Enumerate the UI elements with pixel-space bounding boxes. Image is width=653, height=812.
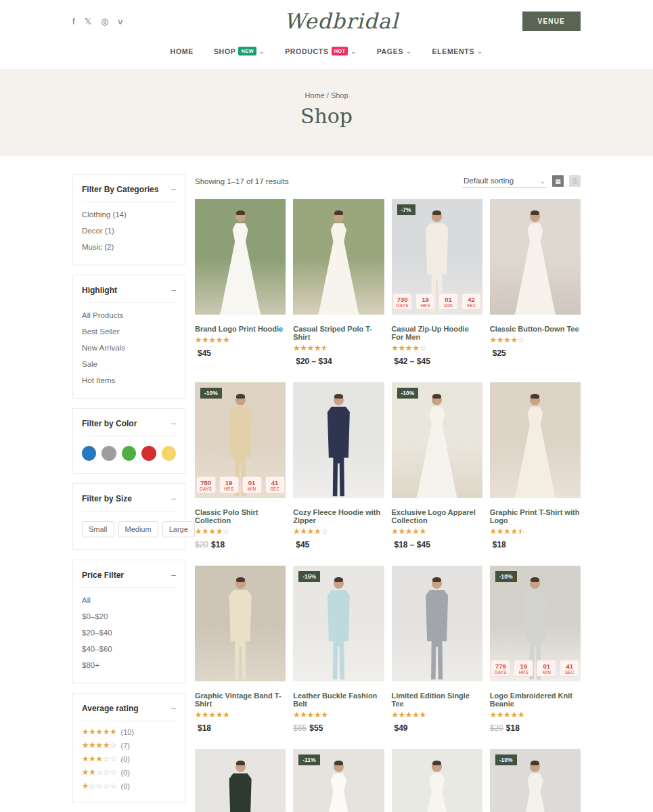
nav-shop[interactable]: SHOP NEW ⌄: [214, 47, 265, 55]
star-rating-icon: ☆☆☆☆☆★★★★★: [293, 344, 328, 353]
product-title[interactable]: Logo Embroidered Knit Beanie: [490, 692, 581, 708]
main-nav: HOME SHOP NEW ⌄ PRODUCTS HOT ⌄ PAGES ⌄ E…: [0, 36, 653, 69]
section-title: Filter by Color: [82, 419, 137, 428]
collapse-icon[interactable]: –: [171, 704, 176, 713]
color-swatch-green[interactable]: [122, 446, 136, 461]
product-image[interactable]: -11% 727DAYS 19HRS 01MIN 40SEC: [293, 749, 384, 812]
highlight-item[interactable]: New Arrivals: [82, 340, 176, 356]
nav-elements[interactable]: ELEMENTS ⌄: [432, 47, 482, 55]
product-image[interactable]: -10%: [392, 382, 482, 498]
product-image[interactable]: -10% 779DAYS 19HRS 01MIN 41SEC: [490, 566, 581, 681]
price-range-item[interactable]: All: [82, 592, 176, 608]
product-image[interactable]: [195, 749, 286, 812]
collapse-icon[interactable]: –: [171, 570, 176, 580]
discount-badge: -15%: [298, 571, 320, 582]
product-title[interactable]: Classic Button-Down Tee: [490, 325, 581, 333]
grid-view-button[interactable]: ▦: [552, 175, 564, 187]
highlight-item[interactable]: Hot Items: [82, 372, 176, 388]
chevron-down-icon: ⌄: [540, 177, 545, 185]
product-image[interactable]: [293, 382, 384, 498]
rating-filter-2[interactable]: ☆☆☆☆☆★★★★★ (0): [82, 766, 176, 780]
product-price: $49: [392, 723, 482, 733]
collapse-icon[interactable]: –: [171, 419, 176, 428]
highlight-item[interactable]: Sale: [82, 356, 176, 372]
product-price: $18: [490, 540, 581, 549]
x-twitter-icon[interactable]: 𝕏: [85, 16, 91, 26]
vimeo-icon[interactable]: ν: [118, 16, 122, 26]
filter-color: Filter by Color–: [72, 408, 185, 474]
color-swatch-yellow[interactable]: [162, 446, 176, 461]
breadcrumb[interactable]: Home / Shop: [0, 91, 653, 99]
site-header: f 𝕏 ◎ ν Wedbridal VENUE HOME SHOP NEW ⌄ …: [0, 0, 653, 69]
product-image[interactable]: -10% 780DAYS 19HRS 01MIN 41SEC: [195, 382, 286, 498]
page-banner: Home / Shop Shop: [0, 69, 653, 156]
highlight-item[interactable]: All Products: [82, 307, 176, 323]
collapse-icon[interactable]: –: [171, 494, 176, 503]
product-card: -7% 730DAYS 19HRS 01MIN 42SEC Casual Zip…: [392, 199, 482, 366]
product-image[interactable]: [195, 566, 286, 681]
collapse-icon[interactable]: –: [171, 185, 176, 194]
section-title: Price Filter: [82, 570, 124, 580]
nav-pages[interactable]: PAGES ⌄: [377, 47, 412, 55]
color-swatch-blue[interactable]: [82, 446, 96, 461]
nav-home[interactable]: HOME: [171, 47, 194, 55]
size-large-button[interactable]: Large: [162, 521, 195, 537]
color-swatch-red[interactable]: [141, 446, 156, 461]
product-title[interactable]: Limited Edition Single Tee: [392, 692, 482, 708]
price-range-item[interactable]: $0–$20: [82, 608, 176, 625]
facebook-icon[interactable]: f: [72, 16, 75, 26]
product-title[interactable]: Cozy Fleece Hoodie with Zipper: [293, 508, 384, 524]
rating-filter-4[interactable]: ☆☆☆☆☆★★★★★ (7): [82, 739, 176, 752]
star-rating-icon: ☆☆☆☆☆★★★★★: [82, 769, 117, 777]
product-title[interactable]: Graphic Vintage Band T-Shirt: [195, 692, 286, 708]
product-title[interactable]: Leather Buckle Fashion Belt: [293, 692, 384, 708]
size-small-button[interactable]: Small: [82, 521, 114, 537]
price-range-item[interactable]: $40–$60: [82, 641, 176, 657]
venue-button[interactable]: VENUE: [522, 12, 581, 31]
site-logo[interactable]: Wedbridal: [284, 9, 399, 33]
product-image[interactable]: -10%: [490, 749, 581, 812]
filter-rating: Average rating– ☆☆☆☆☆★★★★★ (10) ☆☆☆☆☆★★★…: [72, 693, 185, 803]
price-range-item[interactable]: $20–$40: [82, 625, 176, 641]
product-price: $20 – $34: [293, 357, 384, 366]
rating-filter-3[interactable]: ☆☆☆☆☆★★★★★ (0): [82, 752, 176, 766]
section-title: Filter by Size: [82, 494, 132, 503]
product-title[interactable]: Graphic Print T-Shirt with Logo: [490, 508, 581, 524]
product-image[interactable]: [195, 199, 286, 315]
category-item[interactable]: Music (2): [82, 239, 176, 255]
highlight-item[interactable]: Best Seller: [82, 323, 176, 340]
size-medium-button[interactable]: Medium: [118, 521, 158, 537]
sort-dropdown[interactable]: Default sorting ⌄: [462, 174, 547, 188]
product-title[interactable]: Casual Zip-Up Hoodie For Men: [392, 325, 482, 341]
product-title[interactable]: Brand Logo Print Hoodie: [195, 325, 286, 333]
product-image[interactable]: [293, 199, 384, 315]
star-rating-icon: ☆☆☆☆☆★★★★★: [82, 755, 117, 763]
product-title[interactable]: Classic Polo Shirt Collection: [195, 508, 286, 524]
rating-filter-1[interactable]: ☆☆☆☆☆★★★★★ (0): [82, 780, 176, 793]
list-view-button[interactable]: ☰: [569, 175, 581, 187]
product-image[interactable]: [490, 199, 581, 315]
price-range-item[interactable]: $80+: [82, 657, 176, 673]
category-item[interactable]: Clothing (14): [82, 206, 176, 223]
collapse-icon[interactable]: –: [171, 286, 176, 295]
instagram-icon[interactable]: ◎: [101, 16, 108, 26]
product-card: Graphic Vintage Band T-Shirt ☆☆☆☆☆★★★★★ …: [195, 566, 286, 733]
category-item[interactable]: Decor (1): [82, 223, 176, 239]
product-card: Brand Logo Print Hoodie ☆☆☆☆☆★★★★★ $45: [195, 199, 286, 366]
product-price: $20$18: [195, 540, 286, 549]
product-image[interactable]: [490, 382, 581, 498]
product-image[interactable]: [392, 566, 482, 681]
filter-highlight: Highlight– All Products Best Seller New …: [72, 275, 185, 399]
product-title[interactable]: Casual Striped Polo T-Shirt: [293, 325, 384, 341]
product-image[interactable]: [392, 749, 482, 812]
product-image[interactable]: -15%: [293, 566, 384, 681]
product-image[interactable]: -7% 730DAYS 19HRS 01MIN 42SEC: [392, 199, 482, 315]
color-swatch-gray[interactable]: [102, 446, 116, 461]
nav-products[interactable]: PRODUCTS HOT ⌄: [285, 47, 357, 55]
model-silhouette: [309, 762, 368, 812]
product-title[interactable]: Exclusive Logo Apparel Collection: [392, 508, 482, 524]
star-rating-icon: ☆☆☆☆☆★★★★★: [82, 782, 117, 790]
rating-filter-5[interactable]: ☆☆☆☆☆★★★★★ (10): [82, 725, 176, 739]
star-rating-icon: ☆☆☆☆☆★★★★★: [392, 344, 427, 353]
discount-badge: -10%: [495, 571, 517, 582]
